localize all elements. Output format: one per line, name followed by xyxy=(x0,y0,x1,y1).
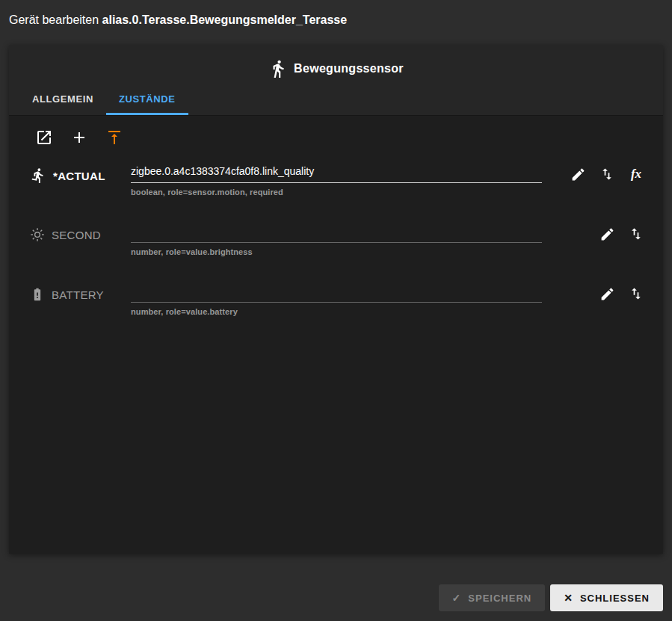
close-button-label: SCHLIESSEN xyxy=(580,593,650,604)
close-button[interactable]: ✕ SCHLIESSEN xyxy=(550,584,663,611)
state-row-second: SECOND number, role=value.brightness xyxy=(9,210,663,270)
state-battery-input[interactable] xyxy=(131,280,542,303)
swap-vertical-icon[interactable] xyxy=(627,285,645,303)
add-state-icon[interactable] xyxy=(70,128,89,147)
state-second-field: number, role=value.brightness xyxy=(131,220,542,256)
battery-icon xyxy=(30,287,45,302)
state-actual-actions: fx xyxy=(558,161,645,183)
edit-pencil-icon[interactable] xyxy=(598,285,616,303)
import-top-icon[interactable] xyxy=(105,128,124,147)
device-type-title: Bewegungssensor xyxy=(9,45,663,82)
edit-pencil-icon[interactable] xyxy=(569,165,587,183)
swap-vertical-icon[interactable] xyxy=(598,165,616,183)
function-fx-icon[interactable]: fx xyxy=(627,165,645,183)
states-toolbar xyxy=(9,116,663,150)
dialog-header: Bewegungssensor ALLGEMEIN ZUSTÄNDE xyxy=(9,45,663,116)
state-actual-helper: boolean, role=sensor.motion, required xyxy=(131,188,542,197)
swap-vertical-icon[interactable] xyxy=(627,225,645,243)
state-row-actual: *ACTUAL boolean, role=sensor.motion, req… xyxy=(9,150,663,210)
state-actual-header: *ACTUAL xyxy=(30,161,131,184)
walking-person-icon xyxy=(268,59,288,78)
state-second-label: SECOND xyxy=(52,229,101,241)
state-battery-field: number, role=value.battery xyxy=(131,280,542,316)
state-actual-label: *ACTUAL xyxy=(53,170,105,182)
brightness-sun-icon xyxy=(30,227,45,242)
state-second-header: SECOND xyxy=(30,220,131,242)
states-panel: *ACTUAL boolean, role=sensor.motion, req… xyxy=(9,116,663,554)
running-person-icon xyxy=(30,167,46,184)
state-battery-helper: number, role=value.battery xyxy=(131,307,542,316)
device-edit-dialog: Bewegungssensor ALLGEMEIN ZUSTÄNDE xyxy=(9,45,663,554)
state-second-input[interactable] xyxy=(131,220,542,243)
titlebar-device-id: alias.0.Terasse.Bewegungsmelder_Terasse xyxy=(102,13,348,26)
device-type-label: Bewegungssensor xyxy=(294,62,404,75)
tab-allgemein[interactable]: ALLGEMEIN xyxy=(19,82,106,115)
state-actual-input[interactable] xyxy=(131,161,542,183)
state-row-battery: BATTERY number, role=value.battery xyxy=(9,270,663,330)
check-icon: ✓ xyxy=(452,592,462,604)
tab-zustaende[interactable]: ZUSTÄNDE xyxy=(106,82,188,115)
state-actual-field: boolean, role=sensor.motion, required xyxy=(131,161,542,197)
state-battery-actions xyxy=(558,280,645,303)
open-in-new-icon[interactable] xyxy=(34,128,54,147)
dialog-footer: ✓ SPEICHERN ✕ SCHLIESSEN xyxy=(9,584,663,611)
state-battery-header: BATTERY xyxy=(30,280,131,302)
save-button[interactable]: ✓ SPEICHERN xyxy=(439,584,546,611)
dialog-tabs: ALLGEMEIN ZUSTÄNDE xyxy=(9,82,663,115)
state-second-actions xyxy=(558,220,645,243)
save-button-label: SPEICHERN xyxy=(468,593,531,604)
state-battery-label: BATTERY xyxy=(52,288,104,301)
close-icon: ✕ xyxy=(564,592,573,604)
dialog-titlebar: Gerät bearbeiten alias.0.Terasse.Bewegun… xyxy=(0,0,672,45)
state-second-helper: number, role=value.brightness xyxy=(131,247,542,256)
edit-pencil-icon[interactable] xyxy=(598,225,616,243)
titlebar-prefix: Gerät bearbeiten xyxy=(9,13,99,26)
